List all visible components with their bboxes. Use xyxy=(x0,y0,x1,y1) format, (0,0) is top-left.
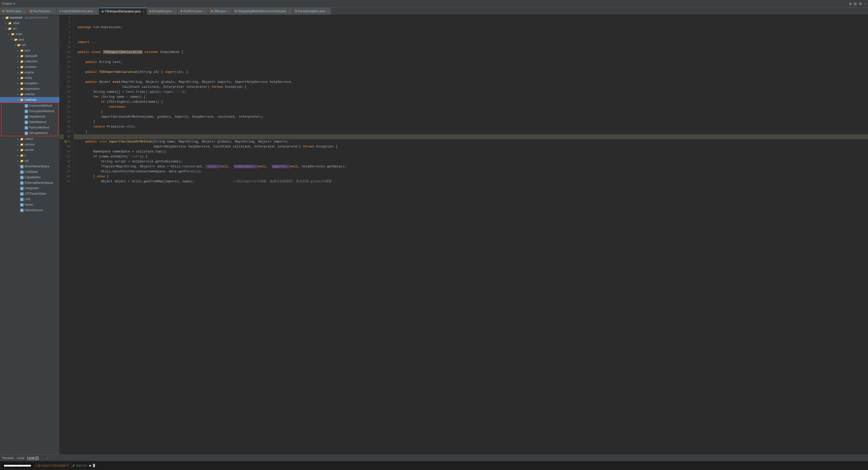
code-text-47[interactable]: Object object = Utils.getFromMap(imports… xyxy=(73,179,868,184)
layout-icon[interactable]: ⊞ xyxy=(854,2,857,6)
code-text-20[interactable] xyxy=(73,55,868,60)
code-text-35[interactable]: } xyxy=(73,119,868,124)
code-text-33[interactable]: } xyxy=(73,110,868,114)
sidebar-item-externalnamespace[interactable]: CExternalNameSpace xyxy=(0,180,59,185)
sidebar-item-mathmethod[interactable]: CMathMethod xyxy=(1,119,58,125)
terminal-tab-local[interactable]: Local xyxy=(17,456,24,460)
sidebar-item-src[interactable]: ▾📂src xyxy=(0,26,59,31)
code-text-32[interactable]: continue; xyxy=(73,105,868,110)
code-text-30[interactable]: for (String name : names) { xyxy=(73,94,868,99)
sidebar-item-methods[interactable]: ▾📂methods xyxy=(0,97,59,102)
code-text-43[interactable]: String script = helpService.getCode(name… xyxy=(73,159,868,164)
terminal-content[interactable]: ■■■■■■■■■■■■■■■ ~/project/testshell ⎇ ma… xyxy=(0,461,868,470)
code-text-44[interactable]: TTuple1<Map<String, Object>> data = Util… xyxy=(73,164,868,169)
tab-testxx[interactable]: TestXX.java× xyxy=(0,8,28,15)
tab-close-testxx[interactable]: × xyxy=(23,10,25,13)
code-text-2[interactable] xyxy=(73,20,868,25)
tab-close-tshimportdeclaration[interactable]: × xyxy=(143,10,144,13)
tab-delegating[interactable]: DelegatingMethodAccessorImpl.java× xyxy=(232,8,292,15)
tab-utils[interactable]: Utils.java× xyxy=(208,8,232,15)
sidebar-item-blocknamespace[interactable]: CBlockNameSpace xyxy=(0,164,59,169)
code-text-28[interactable]: CallStack callstack, Interpreter interpr… xyxy=(73,85,868,90)
code-text-37[interactable]: } xyxy=(73,129,868,134)
sidebar-item-name[interactable]: CName xyxy=(0,202,59,207)
sidebar-item-jjtparserstate[interactable]: CJJTParserState xyxy=(0,191,59,197)
code-text-21[interactable]: public String text; xyxy=(73,60,868,65)
fold-gutter-30[interactable]: ▾ xyxy=(60,94,64,99)
tab-close-utils[interactable]: × xyxy=(228,10,229,13)
code-text-34[interactable]: importVaribaleOrMethod(name, globals, im… xyxy=(73,114,868,119)
sidebar-item-constant[interactable]: ▸📁constant xyxy=(0,64,59,70)
settings-icon[interactable]: ⚙ xyxy=(859,2,862,6)
sidebar-item-stringmethod[interactable]: CStringMethod xyxy=(1,130,58,136)
sidebar-item-httpmethod[interactable]: CHttpMethod xyxy=(1,114,58,119)
tab-close-exception[interactable]: × xyxy=(174,10,175,13)
sidebar-item-collection[interactable]: ▸📁collection xyxy=(0,59,59,64)
code-text-6[interactable]: import ... xyxy=(73,40,868,45)
tab-tshimportdeclaration[interactable]: TSHImportDeclaration.java× xyxy=(99,8,147,15)
sidebar-item-engine[interactable]: ▸📁engine xyxy=(0,70,59,75)
code-text-27[interactable]: public Object eval(Map<String, Object> g… xyxy=(73,80,868,85)
tab-parseexception[interactable]: ParseException.java× xyxy=(292,8,332,15)
tab-close-delegating[interactable]: × xyxy=(288,10,289,13)
code-text-41[interactable]: NameSpace nameSpace = callstack.top(); xyxy=(73,149,868,154)
sidebar-item-pythonmethod[interactable]: CPythonMethod xyxy=(1,125,58,130)
sidebar-item-asm[interactable]: ▸📁asm xyxy=(0,48,59,53)
sidebar-item-idea[interactable]: ▸📁.idea xyxy=(0,20,59,26)
sidebar-item-namesource[interactable]: CNameSource xyxy=(0,207,59,213)
code-text-19[interactable]: public class TSHImportDeclaration extend… xyxy=(73,50,868,55)
sidebar-item-exception[interactable]: ▸📁exception xyxy=(0,81,59,86)
code-text-46[interactable]: } else { xyxy=(73,174,868,179)
fold-gutter-6[interactable]: ▾ xyxy=(60,40,64,45)
sidebar-item-expression[interactable]: ▸📁expression xyxy=(0,86,59,91)
sidebar-item-interfac[interactable]: ▸📁interfac xyxy=(0,91,59,97)
code-text-26[interactable] xyxy=(73,75,868,80)
code-text-22[interactable] xyxy=(73,65,868,70)
fold-gutter-23[interactable]: ▾ xyxy=(60,70,64,75)
sidebar-item-callstack[interactable]: CCallStack xyxy=(0,169,59,175)
sidebar-item-capabilities[interactable]: CCapabilities xyxy=(0,175,59,180)
sidebar-root[interactable]: ▾ 📁 testshell ~/project/testshell xyxy=(0,15,59,20)
tab-close-importhelpservice[interactable]: × xyxy=(95,10,96,13)
terminal-tab-local2[interactable]: Local (2) xyxy=(27,456,39,460)
code-content[interactable]: 123package tsh.expression;45▾6import ...… xyxy=(60,15,868,454)
project-dropdown-icon[interactable]: ▾ xyxy=(13,2,15,5)
code-text-3[interactable]: package tsh.expression; xyxy=(73,25,868,30)
sidebar-item-entity[interactable]: ▸📁entity xyxy=(0,75,59,81)
sidebar-item-java[interactable]: ▾📂java xyxy=(0,37,59,42)
code-text-36[interactable]: return Primitive.VOID; xyxy=(73,124,868,129)
sidebar-item-t[interactable]: ▸📁t xyxy=(0,153,59,158)
tab-exception[interactable]: Exception.java× xyxy=(147,8,178,15)
sidebar-item-classpath[interactable]: ▸📁classpath xyxy=(0,53,59,59)
tab-importhelpservice[interactable]: ImportHelpService.java× xyxy=(57,8,99,15)
terminal-add-tab[interactable]: + xyxy=(47,456,49,460)
tab-close-runtest[interactable]: × xyxy=(52,10,54,13)
sidebar-item-service[interactable]: ▸📁service xyxy=(0,142,59,147)
tab-close-evalerror[interactable]: × xyxy=(204,10,206,13)
code-text-4[interactable] xyxy=(73,30,868,35)
code-text-1[interactable] xyxy=(73,15,868,20)
sidebar-item-util[interactable]: ▸📁util xyxy=(0,158,59,164)
sidebar-item-main[interactable]: ▾📂main xyxy=(0,31,59,37)
tab-runtest[interactable]: RunTest.java× xyxy=(28,8,57,15)
code-text-39[interactable]: public void importVaribaleOrMethod(Strin… xyxy=(73,139,868,144)
code-text-23[interactable]: public TSHImportDeclaration(String id) {… xyxy=(73,70,868,75)
code-text-42[interactable]: if (name.endsWith(".tsh")) { xyxy=(73,154,868,159)
code-text-40[interactable]: ImportHelpService helpService, CallStack… xyxy=(73,144,868,149)
code-text-45[interactable]: Utils.batchInitVariable(nameSpace, data.… xyxy=(73,169,868,174)
code-text-18[interactable] xyxy=(73,45,868,50)
code-text-38[interactable] xyxy=(73,134,868,139)
sidebar-item-servlet[interactable]: ▸📁servlet xyxy=(0,147,59,153)
code-text-29[interactable]: String names[] = text.trim().split( rege… xyxy=(73,90,868,94)
tab-close-parseexception[interactable]: × xyxy=(327,10,329,13)
sidebar-item-lhs[interactable]: CLHS xyxy=(0,197,59,202)
fold-gutter-42[interactable]: ▾ xyxy=(60,154,64,159)
sidebar-item-tsh[interactable]: ▾📂tsh xyxy=(0,42,59,48)
sidebar-item-reflect[interactable]: ▸📁reflect xyxy=(0,136,59,142)
sidebar-item-interpreter[interactable]: CInterpreter xyxy=(0,185,59,191)
add-icon[interactable]: ⊕ xyxy=(849,2,852,6)
minimize-icon[interactable]: − xyxy=(864,2,866,6)
fold-gutter-40[interactable]: ▾ xyxy=(60,144,64,149)
code-text-31[interactable]: if (TStringUtil.isBlank(name)) { xyxy=(73,99,868,105)
project-label[interactable]: Project xyxy=(2,2,12,5)
